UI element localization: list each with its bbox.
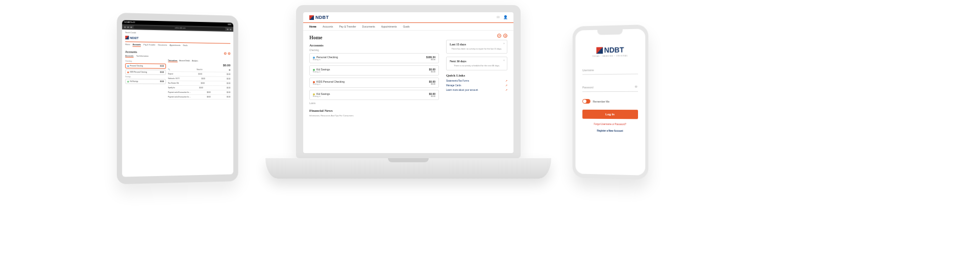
messages-icon[interactable]: ✉ [496,15,500,19]
tx-desc: Spotify Inc [168,87,175,89]
financial-news-heading: Financial News [309,109,439,113]
tx-desc: Deposit [168,73,173,75]
account-card[interactable]: Kid Savings $0.00 [125,79,166,84]
side-column: ⟳ ⚙ × Last 15 days There has been no act… [446,34,507,117]
transaction-row[interactable]: Payment and all transaction for ...$0.00… [168,95,230,100]
tx-desc: Gas Station CA [168,82,179,84]
page-title: Home [309,35,439,40]
nav-accounts[interactable]: Accounts [133,44,141,47]
tx-desc: Payment and all transaction for ... [168,96,190,98]
subnav-accounts[interactable]: Accounts [125,55,133,58]
password-field[interactable]: Password 👁 [582,83,638,92]
tab-analytics[interactable]: Analytics [192,60,198,62]
transaction-row[interactable]: Gas Station CA$0.00$0.00 [168,81,230,86]
tx-amt: $0.00 [198,73,202,75]
account-card[interactable]: Personal Checking $0.00 [125,63,166,69]
external-link-icon: ↗ [505,84,507,87]
financial-news-sub: Information, Resources And Tips For Cons… [309,114,439,117]
nav-goals[interactable]: Goals [403,25,409,28]
search-icon[interactable]: 🔍 [168,68,170,70]
brand-logo-row: NDBT TEXAS • BANKING • ORIGINAL [582,45,638,58]
close-icon[interactable]: × [503,42,505,45]
action-icon-1[interactable]: ⟳ [224,52,227,55]
brand-logo-row: NDBT [125,36,230,41]
login-button[interactable]: Log In [582,110,638,119]
browser-tabs-icon[interactable] [230,29,231,30]
tablet-screen: 9:41 AM Oct 22 100% online.ndbt.com Sara… [122,20,233,177]
browser-back-icon[interactable] [124,26,126,28]
nav-documents[interactable]: Documents [362,25,375,28]
side-settings-icon[interactable]: ⚙ [503,34,507,38]
section-loans-label: Loans [309,102,439,105]
account-card[interactable]: Kid SavingsEnding in $0.00$0.00 [309,65,439,76]
transaction-row[interactable]: Spotify Inc$0.00$0.00 [168,86,230,90]
tx-desc: Payment and all transaction for ... [168,91,190,93]
tx-bal: $0.00 [227,82,230,84]
account-sub: Ending in [313,83,345,85]
nav-appointments[interactable]: Appointments [381,25,397,28]
nav-pay-transfer[interactable]: Pay & Transfer [339,25,356,28]
tab-account-details[interactable]: Account Details [180,60,190,62]
brand-logo-row: NDBT [309,15,329,20]
close-icon[interactable]: × [503,59,505,62]
remember-toggle[interactable] [582,99,591,104]
ndbt-logo-icon [596,47,603,54]
account-card[interactable]: KIDS Personal Checking $0.00 [125,69,166,75]
page-title: Accounts [125,50,137,53]
remember-me-row[interactable]: Remember Me [582,99,638,104]
account-amount-sub: $0.00 [429,71,435,73]
account-card[interactable]: KIDS Personal CheckingEnding in $0.00$0.… [309,78,439,88]
detail-tabs: Transactions Account Details Analytics [168,60,230,63]
account-card[interactable]: Personal CheckingEnding in $186.34$0.00 [309,53,439,63]
nav-documents[interactable]: Documents [158,44,167,47]
transaction-row[interactable]: Payment and all transaction for ...$0.00… [168,90,230,95]
nav-home[interactable]: Home [125,43,130,46]
filter-icon[interactable]: ▦ [229,69,230,71]
subnav-tax[interactable]: Tax Information [136,55,149,58]
primary-nav: Home Accounts Pay & Transfer Documents A… [303,23,513,31]
profile-icon[interactable]: 👤 [503,15,507,19]
account-name: Kid Savings [130,80,138,82]
username-field[interactable]: Username [582,65,638,75]
register-link[interactable]: Register a New Account [582,129,638,132]
account-amount-sub: $0.00 [429,95,435,97]
browser-forward-icon[interactable] [127,26,129,28]
nav-goals[interactable]: Goals [183,44,187,47]
external-link-icon: ↗ [505,79,507,82]
account-card[interactable]: Kid SavingsEnding in $0.00$0.00 [309,90,439,100]
primary-nav: Home Accounts Pay & Transfer Documents A… [125,43,230,48]
account-name: Personal Checking [130,65,143,67]
nav-appointments[interactable]: Appointments [169,44,180,47]
external-link-icon: ↗ [505,88,507,91]
quick-link[interactable]: Statements/Tax Forms↗ [446,79,507,82]
side-refresh-icon[interactable]: ⟳ [497,34,501,38]
show-password-icon[interactable]: 👁 [634,85,638,89]
browser-share-icon[interactable] [227,29,229,30]
browser-reload-icon[interactable] [131,26,132,28]
tx-amt: $0.00 [201,78,205,80]
welcome-text: Sarah Conde [125,32,230,36]
nav-pay-transfer[interactable]: Pay & Transfer [143,44,155,47]
laptop-device: NDBT ✉ 👤 Home Accounts Pay & Transfer Do… [286,5,531,179]
quick-links-heading: Quick Links [446,73,507,78]
quick-link[interactable]: Manage Cards↗ [446,84,507,87]
action-icon-2[interactable]: ⚙ [228,52,231,55]
main-column: Home Accounts Checking Personal Checking… [309,34,439,117]
nav-home[interactable]: Home [309,25,316,28]
tab-transactions[interactable]: Transactions [168,60,177,62]
account-balance: $0.00 [168,63,230,67]
phone-notch [597,29,623,35]
tx-amt: $0.00 [199,87,203,89]
tablet-device: 9:41 AM Oct 22 100% online.ndbt.com Sara… [117,13,238,184]
panel-message: There is no activity scheduled for the n… [450,64,504,67]
accounts-heading: Accounts [309,43,439,47]
forgot-link[interactable]: Forgot Username or Password? [582,123,638,126]
quick-link-label: Manage Cards [446,84,461,87]
phone-device: NDBT TEXAS • BANKING • ORIGINAL Username… [573,24,649,180]
next-30-days-panel: × Next 30 days There is no activity sche… [446,57,507,70]
status-time: 9:41 AM Oct 22 [124,20,135,24]
topbar: NDBT ✉ 👤 [303,12,513,22]
quick-link[interactable]: Learn more about your account↗ [446,88,507,91]
nav-accounts[interactable]: Accounts [323,25,333,28]
tx-bal: $0.00 [227,78,230,80]
